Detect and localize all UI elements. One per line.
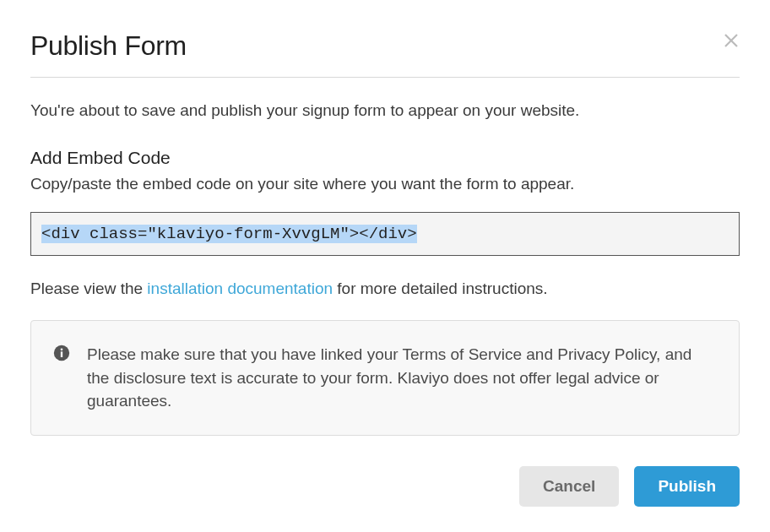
legal-notice-box: Please make sure that you have linked yo… [30, 320, 740, 436]
modal-title: Publish Form [30, 30, 187, 62]
cancel-button[interactable]: Cancel [519, 466, 619, 507]
install-suffix: for more detailed instructions. [333, 280, 548, 297]
modal-header: Publish Form [30, 30, 740, 78]
close-icon [723, 30, 740, 53]
info-icon [53, 345, 70, 361]
publish-button[interactable]: Publish [634, 466, 740, 507]
legal-notice-text: Please make sure that you have linked yo… [87, 343, 717, 413]
close-button[interactable] [723, 32, 740, 52]
publish-form-modal: Publish Form You're about to save and pu… [0, 0, 770, 532]
installation-docs-link[interactable]: installation documentation [147, 280, 333, 297]
svg-point-4 [61, 349, 63, 351]
install-line: Please view the installation documentati… [30, 280, 740, 298]
install-prefix: Please view the [30, 280, 147, 297]
embed-subtext: Copy/paste the embed code on your site w… [30, 173, 740, 196]
embed-heading: Add Embed Code [30, 148, 740, 168]
modal-footer: Cancel Publish [30, 466, 740, 507]
intro-text: You're about to save and publish your si… [30, 100, 740, 122]
svg-rect-3 [61, 352, 62, 358]
embed-code-text: <div class="klaviyo-form-XvvgLM"></div> [41, 225, 417, 243]
embed-code-box[interactable]: <div class="klaviyo-form-XvvgLM"></div> [30, 212, 740, 256]
